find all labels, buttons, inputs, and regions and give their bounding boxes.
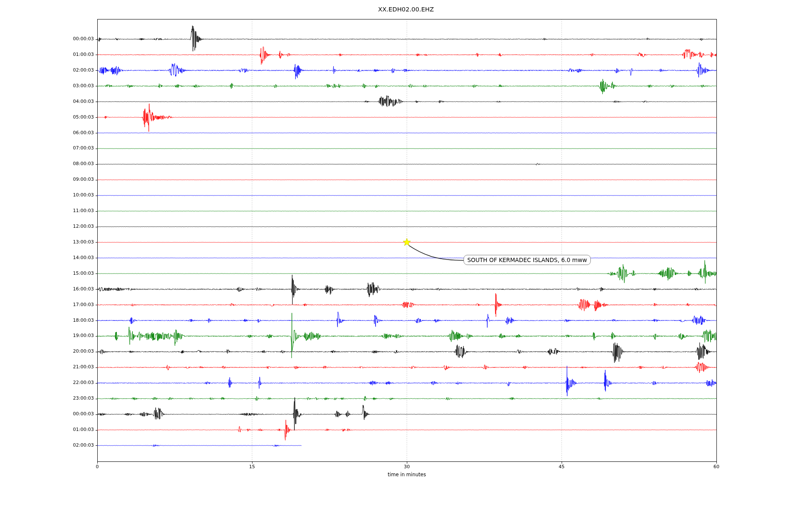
event-annotation: SOUTH OF KERMADEC ISLANDS, 6.0 mww <box>464 255 591 265</box>
annotation-overlay <box>0 0 812 508</box>
seismogram-page: XX.EDH02.00.EHZ 0 15 30 45 60 time in mi… <box>0 0 812 508</box>
event-marker-star <box>403 238 411 246</box>
annotation-callout-line <box>409 245 464 260</box>
